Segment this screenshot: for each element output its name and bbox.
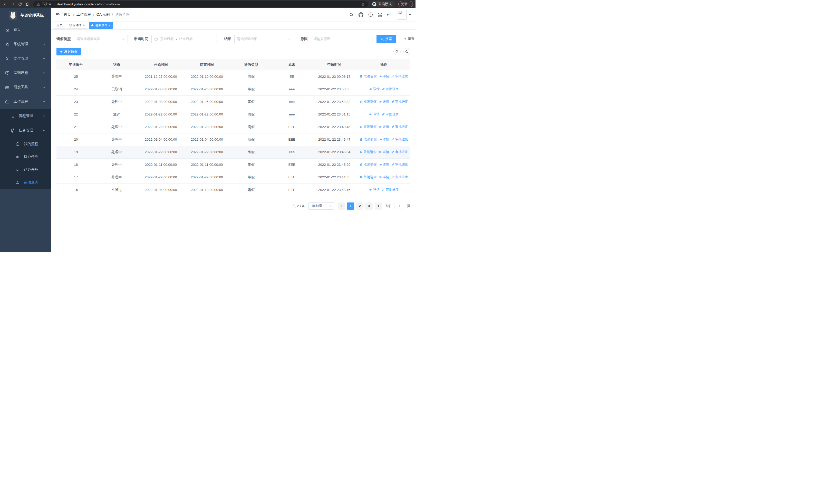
close-icon[interactable]: × — [109, 24, 110, 27]
sidebar-item-infra[interactable]: 基础设施 — [0, 66, 51, 80]
chevron-down-icon — [42, 114, 46, 118]
date-range-picker[interactable]: 开始日期 - 结束日期 — [151, 35, 217, 43]
cell-status: 处理中 — [95, 70, 138, 83]
search-button[interactable]: 搜索 — [376, 35, 396, 43]
sidebar-item-done-tasks[interactable]: 已办任务 — [0, 163, 51, 176]
breadcrumb-separator: / — [73, 12, 74, 17]
user-menu[interactable] — [397, 10, 411, 20]
sidebar-item-system[interactable]: 系统管理 — [0, 37, 51, 51]
tab-流程详情[interactable]: 流程详情× — [67, 22, 87, 29]
browser-back-icon[interactable] — [3, 1, 9, 7]
action-progress-link[interactable]: 审批进度 — [391, 99, 408, 104]
page-size-select[interactable]: 10条/页 — [309, 203, 334, 210]
action-cancel-link[interactable]: 取消请假 — [360, 74, 376, 79]
sidebar-item-my-process[interactable]: 我的流程 — [0, 138, 51, 150]
action-progress-link[interactable]: 审批进度 — [382, 187, 399, 192]
page-3-button[interactable]: 3 — [366, 203, 373, 210]
leave-type-select[interactable]: 请选择请假类型 — [74, 35, 128, 43]
breadcrumb-item[interactable]: OA 示例 — [96, 12, 110, 17]
close-icon[interactable]: × — [83, 24, 85, 27]
tab-首页[interactable]: 首页 — [54, 22, 65, 29]
page-1-button[interactable]: 1 — [347, 203, 354, 210]
chevron-down-icon — [42, 86, 46, 89]
browser-update-button[interactable]: 更新 — [398, 1, 413, 7]
toolbox-icon — [5, 85, 9, 90]
sidebar-item-todo-tasks[interactable]: 待办任务 — [0, 150, 51, 163]
browser-reload-icon[interactable] — [17, 1, 23, 7]
tab-请假查询[interactable]: 请假查询× — [89, 22, 113, 29]
cell-end: 2022-01-22 00:00:00 — [184, 146, 230, 158]
search-icon[interactable] — [349, 12, 354, 17]
create-leave-button[interactable]: 发起请假 — [56, 48, 81, 55]
sidebar-collapse-icon[interactable] — [51, 12, 64, 17]
sidebar-item-workflow[interactable]: 工作流程 — [0, 94, 51, 109]
reason-input[interactable]: 请输入原因 — [311, 35, 370, 43]
action-cancel-link[interactable]: 取消请假 — [360, 125, 376, 129]
action-detail-link[interactable]: 详情 — [369, 87, 379, 91]
action-detail-link[interactable]: 详情 — [369, 112, 379, 117]
help-icon[interactable]: ? — [368, 12, 373, 17]
toggle-search-button[interactable] — [394, 48, 401, 55]
cell-start: 2022-01-22 00:00:00 — [138, 171, 184, 183]
breadcrumb-item[interactable]: 首页 — [64, 12, 71, 17]
sidebar-item-payment[interactable]: 支付管理 — [0, 51, 51, 66]
action-detail-link[interactable]: 详情 — [378, 125, 389, 129]
refresh-table-button[interactable] — [403, 48, 410, 55]
browser-forward-icon[interactable] — [10, 1, 16, 7]
url-bar[interactable]: 不安全 dashboard.yudao.iocoder.cn /bpm/oa/l… — [33, 1, 368, 7]
fullscreen-icon[interactable] — [378, 12, 382, 17]
action-cancel-link[interactable]: 取消请假 — [360, 150, 376, 154]
result-select[interactable]: 请选择流结果 — [234, 35, 293, 43]
action-detail-link[interactable]: 详情 — [369, 187, 379, 192]
action-progress-link[interactable]: 审批进度 — [382, 112, 399, 117]
action-cancel-link[interactable]: 取消请假 — [360, 99, 376, 104]
action-detail-link[interactable]: 详情 — [378, 99, 389, 104]
cell-reason: EEE — [272, 121, 311, 133]
briefcase-icon — [5, 99, 9, 104]
action-progress-link[interactable]: 审批进度 — [391, 150, 408, 154]
action-progress-link[interactable]: 审批进度 — [391, 162, 408, 167]
action-progress-link[interactable]: 审批进度 — [391, 137, 408, 142]
apply-time-label: 申请时间 — [134, 37, 151, 41]
browser-menu-icon[interactable] — [409, 3, 410, 6]
sidebar-item-home[interactable]: 首页 — [0, 23, 51, 37]
breadcrumb-item[interactable]: 工作流程 — [77, 12, 91, 17]
table-row: 25处理中2021-12-27 00:00:002022-01-19 00:00… — [56, 70, 410, 83]
not-secure-icon — [36, 2, 40, 6]
action-detail-link[interactable]: 详情 — [378, 175, 389, 179]
bookmark-star-icon[interactable] — [361, 2, 365, 6]
edit-icon — [382, 188, 385, 191]
action-detail-link[interactable]: 详情 — [378, 150, 389, 154]
delete-icon — [360, 138, 363, 141]
logo-area[interactable]: 芋道管理系统 — [0, 8, 51, 23]
table-row: 20处理中2022-01-04 00:00:002022-01-04 00:00… — [56, 133, 410, 146]
action-cancel-link[interactable]: 取消请假 — [360, 162, 376, 167]
sidebar-item-task-mgmt[interactable]: 任务管理 — [0, 123, 51, 138]
action-progress-link[interactable]: 审批进度 — [391, 175, 408, 179]
sidebar-item-leave-query[interactable]: 请假查询 — [0, 176, 51, 189]
github-icon[interactable] — [359, 12, 364, 17]
browser-home-icon[interactable] — [24, 1, 30, 7]
leave-table: 申请编号状态开始时间结束时间请假类型原因申请时间操作 25处理中2021-12-… — [56, 59, 410, 196]
font-size-icon[interactable]: TT — [387, 12, 392, 17]
action-detail-link[interactable]: 详情 — [378, 74, 389, 79]
page-2-button[interactable]: 2 — [356, 203, 364, 210]
action-label: 审批进度 — [395, 125, 408, 129]
monitor-icon — [5, 71, 9, 75]
sidebar-item-process-mgmt[interactable]: 流程管理 — [0, 109, 51, 123]
action-detail-link[interactable]: 详情 — [378, 162, 389, 167]
action-label: 审批进度 — [395, 99, 408, 104]
reset-button[interactable]: 重置 — [399, 35, 416, 43]
action-progress-link[interactable]: 审批进度 — [382, 87, 399, 91]
action-progress-link[interactable]: 审批进度 — [391, 74, 408, 79]
prev-page-button[interactable] — [338, 203, 345, 210]
action-progress-link[interactable]: 审批进度 — [391, 125, 408, 129]
next-page-button[interactable] — [375, 203, 382, 210]
action-cancel-link[interactable]: 取消请假 — [360, 175, 376, 179]
cell-start: 2022-01-03 00:00:00 — [138, 95, 184, 108]
cell-status: 处理中 — [95, 133, 138, 146]
action-detail-link[interactable]: 详情 — [378, 137, 389, 142]
action-cancel-link[interactable]: 取消请假 — [360, 137, 376, 142]
sidebar-item-devtools[interactable]: 研发工具 — [0, 80, 51, 94]
goto-page-input[interactable] — [394, 203, 405, 209]
